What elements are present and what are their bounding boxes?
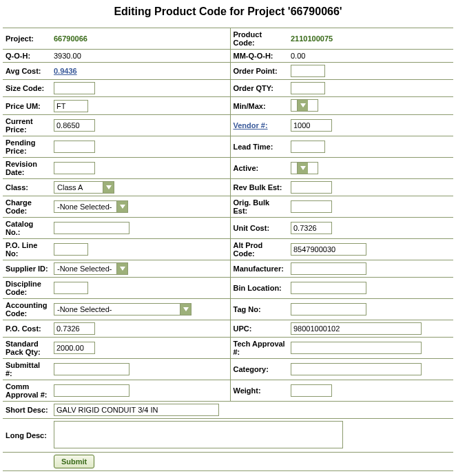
input-current-price[interactable] [54,119,95,132]
input-submittal-no[interactable] [54,363,129,375]
input-rev-bulk-est[interactable] [291,181,332,194]
select-class[interactable]: Class A [54,181,114,194]
label-short-desc: Short Desc: [3,402,51,419]
label-bin-location: Bin Location: [230,278,288,299]
select-supplier-id[interactable]: -None Selected- [54,262,128,275]
input-po-line-no[interactable] [54,243,88,256]
chevron-down-icon [103,182,114,193]
input-order-point[interactable] [291,65,325,77]
label-active: Active: [230,158,288,179]
textarea-long-desc[interactable] [54,421,343,448]
label-price-um: Price UM: [3,97,51,115]
link-avg-cost[interactable]: 0.9436 [54,67,77,75]
select-active[interactable] [291,162,318,174]
label-comm-approval-no: Comm Approval #: [3,380,51,402]
svg-marker-5 [183,307,189,311]
svg-marker-2 [106,185,112,189]
input-alt-prod-code[interactable] [291,243,366,256]
label-min-max: Min/Max: [230,97,288,115]
label-project: Project: [3,28,51,50]
select-class-text: Class A [54,182,103,193]
input-category[interactable] [291,363,422,375]
chevron-down-icon [116,263,127,274]
label-category: Category: [230,359,288,380]
label-qoh: Q-O-H: [3,50,51,63]
label-catalog-no: Catalog No.: [3,218,51,239]
input-size-code[interactable] [54,82,95,94]
label-order-qty: Order QTY: [230,80,288,97]
label-charge-code: Charge Code: [3,196,51,218]
input-pending-price[interactable] [54,141,95,153]
input-upc[interactable] [291,322,422,335]
input-bin-location[interactable] [291,282,366,294]
input-unit-cost[interactable] [291,222,332,234]
chevron-down-icon [180,304,191,315]
label-orig-bulk-est: Orig. Bulk Est: [230,196,288,218]
select-active-text [291,163,297,174]
chevron-down-icon [297,163,308,174]
label-standard-pack-qty: Standard Pack Qty: [3,338,51,359]
input-price-um[interactable] [54,100,88,112]
svg-marker-1 [300,166,306,170]
input-comm-approval-no[interactable] [54,384,129,397]
svg-marker-0 [300,103,306,107]
label-weight: Weight: [230,380,288,402]
label-avg-cost: Avg Cost: [3,63,51,80]
value-project: 66790066 [54,34,87,43]
link-vendor-no[interactable]: Vendor #: [234,121,268,130]
input-order-qty[interactable] [291,82,325,94]
select-min-max-text [291,100,297,111]
label-product-code: Product Code: [230,28,288,50]
input-vendor-no[interactable] [291,119,332,132]
label-tag-no: Tag No: [230,299,288,320]
label-tech-approval-no: Tech Approval #: [230,338,288,359]
input-manufacturer[interactable] [291,262,366,275]
page-title: Editing Product Code for Project '667900… [3,6,453,18]
input-lead-time[interactable] [291,141,325,153]
label-po-cost: P.O. Cost: [3,320,51,338]
label-submittal-no: Submittal #: [3,359,51,380]
label-pending-price: Pending Price: [3,136,51,158]
chevron-down-icon [297,100,308,111]
value-qoh: 3930.00 [54,52,81,60]
input-catalog-no[interactable] [54,222,129,234]
input-tech-approval-no[interactable] [291,342,422,354]
input-short-desc[interactable] [54,404,219,416]
select-accounting-code[interactable]: -None Selected- [54,303,191,315]
select-charge-code-text: -None Selected- [54,201,116,212]
input-tag-no[interactable] [291,303,366,315]
svg-marker-3 [120,205,125,209]
value-mm-qoh: 0.00 [291,52,305,60]
label-alt-prod-code: Alt Prod Code: [230,239,288,260]
label-revision-date: Revision Date: [3,158,51,179]
input-weight[interactable] [291,384,332,397]
select-min-max[interactable] [291,99,318,112]
form-table: Project: 66790066 Product Code: 21101000… [3,28,453,471]
chevron-down-icon [116,201,127,212]
label-po-line-no: P.O. Line No: [3,239,51,260]
select-accounting-code-text: -None Selected- [54,304,180,315]
label-order-point: Order Point: [230,63,288,80]
input-standard-pack-qty[interactable] [54,342,95,354]
label-class: Class: [3,179,51,196]
label-mm-qoh: MM-Q-O-H: [230,50,288,63]
select-supplier-id-text: -None Selected- [54,263,116,274]
label-supplier-id: Supplier ID: [3,260,51,278]
input-orig-bulk-est[interactable] [291,200,332,213]
label-accounting-code: Accounting Code: [3,299,51,320]
svg-marker-4 [120,267,125,271]
label-discipline-code: Discipline Code: [3,278,51,299]
select-charge-code[interactable]: -None Selected- [54,200,128,213]
input-revision-date[interactable] [54,162,95,174]
input-discipline-code[interactable] [54,282,88,294]
label-rev-bulk-est: Rev Bulk Est: [230,179,288,196]
label-lead-time: Lead Time: [230,136,288,158]
label-manufacturer: Manufacturer: [230,260,288,278]
label-current-price: Current Price: [3,115,51,136]
submit-button[interactable]: Submit [54,455,94,468]
label-unit-cost: Unit Cost: [230,218,288,239]
label-size-code: Size Code: [3,80,51,97]
label-long-desc: Long Desc: [3,419,51,453]
input-po-cost[interactable] [54,322,95,335]
value-product-code: 2110100075 [291,34,333,43]
